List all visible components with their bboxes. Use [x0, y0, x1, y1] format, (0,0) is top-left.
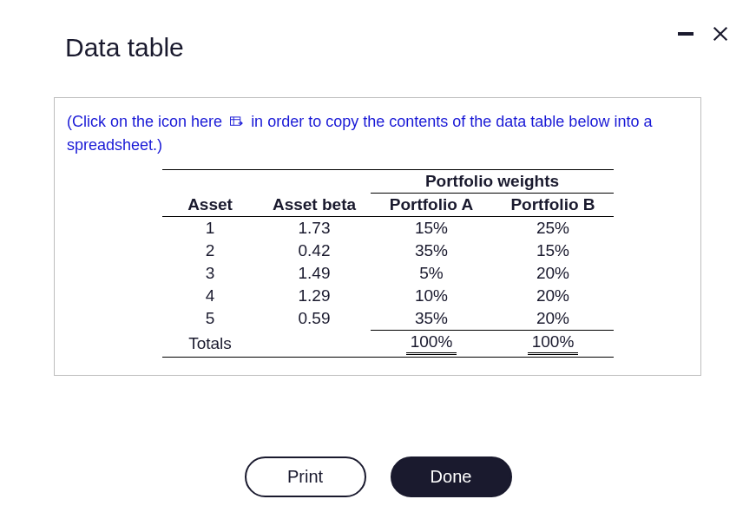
cell-beta: 1.73 — [258, 217, 371, 240]
cell-asset: 4 — [162, 285, 258, 307]
cell-pa: 35% — [371, 240, 492, 262]
portfolio-weights-header: Portfolio weights — [371, 170, 614, 194]
table-row: 50.5935%20% — [162, 307, 614, 331]
data-table: Portfolio weights Asset Asset beta Portf… — [162, 169, 614, 358]
col-portfolio-b: Portfolio B — [492, 194, 614, 217]
cell-pb: 20% — [492, 285, 614, 307]
instruction-text: (Click on the icon here in order to copy… — [67, 110, 685, 157]
cell-beta: 0.59 — [258, 307, 371, 331]
cell-pa: 5% — [371, 262, 492, 285]
cell-pa: 35% — [371, 307, 492, 331]
table-row: 20.4235%15% — [162, 240, 614, 262]
instruction-prefix: (Click on the icon here — [67, 113, 222, 130]
print-button[interactable]: Print — [245, 456, 366, 497]
cell-asset: 3 — [162, 262, 258, 285]
cell-pb: 25% — [492, 217, 614, 240]
col-asset: Asset — [162, 194, 258, 217]
footer-buttons: Print Done — [0, 456, 756, 497]
cell-pa: 15% — [371, 217, 492, 240]
table-row: 11.7315%25% — [162, 217, 614, 240]
table-row: 41.2910%20% — [162, 285, 614, 307]
cell-beta: 1.49 — [258, 262, 371, 285]
cell-pa: 10% — [371, 285, 492, 307]
cell-pb: 15% — [492, 240, 614, 262]
cell-beta: 1.29 — [258, 285, 371, 307]
cell-pb: 20% — [492, 262, 614, 285]
col-portfolio-a: Portfolio A — [371, 194, 492, 217]
cell-asset: 5 — [162, 307, 258, 331]
totals-pb: 100% — [528, 332, 578, 355]
copy-to-spreadsheet-icon[interactable] — [230, 116, 243, 128]
col-beta: Asset beta — [258, 194, 371, 217]
content-box: (Click on the icon here in order to copy… — [54, 97, 701, 376]
svg-rect-2 — [231, 117, 240, 125]
close-icon[interactable] — [711, 24, 730, 43]
totals-pa: 100% — [406, 332, 457, 355]
totals-label: Totals — [162, 331, 258, 358]
cell-pb: 20% — [492, 307, 614, 331]
cell-beta: 0.42 — [258, 240, 371, 262]
done-button[interactable]: Done — [391, 456, 512, 497]
cell-asset: 1 — [162, 217, 258, 240]
cell-asset: 2 — [162, 240, 258, 262]
page-title: Data table — [65, 33, 184, 62]
window-controls — [678, 24, 730, 43]
minimize-icon[interactable] — [678, 32, 694, 36]
table-row: 31.495%20% — [162, 262, 614, 285]
